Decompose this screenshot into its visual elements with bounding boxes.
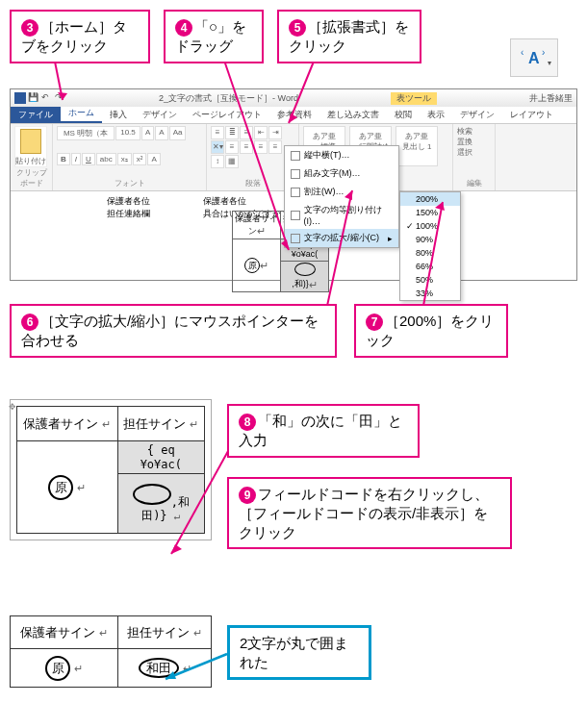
- check-icon: ✓: [406, 221, 416, 231]
- callout-num: 5: [289, 19, 306, 37]
- font-name[interactable]: MS 明朝（本: [57, 126, 115, 140]
- callout-6: 6［文字の拡大/縮小］にマウスポインターを合わせる: [10, 304, 337, 358]
- group-clipboard: 貼り付け クリップボード: [11, 124, 53, 190]
- wa-text: ,和)}: [292, 279, 309, 289]
- svg-text:‹: ‹: [521, 47, 523, 58]
- find-button[interactable]: 検索: [457, 126, 491, 137]
- group-font: MS 明朝（本 10.5 A A Aa B I U abc x₂ x² A フォ…: [53, 124, 207, 190]
- svg-marker-11: [345, 190, 352, 200]
- submenu-arrow-icon: ▸: [388, 234, 393, 243]
- return-mark-icon: ↵: [102, 418, 111, 430]
- font-label: フォント: [57, 178, 202, 188]
- clipboard-label: クリップボード: [14, 167, 48, 188]
- arrow-result: [166, 654, 233, 686]
- bold-icon[interactable]: B: [57, 153, 70, 165]
- word-icon: [14, 92, 26, 104]
- selected-oval[interactable]: [294, 263, 316, 276]
- svg-marker-17: [166, 671, 176, 679]
- svg-text:A: A: [528, 50, 540, 66]
- res-col1: 保護者サイン ↵: [11, 616, 118, 649]
- res-col2: 担任サイン ↵: [118, 616, 212, 649]
- underline-icon[interactable]: U: [82, 153, 95, 165]
- tab-mail[interactable]: 差し込み文書: [319, 107, 387, 123]
- callout-num: 7: [366, 314, 383, 331]
- callout-text: 2文字が丸で囲まれた: [240, 635, 348, 670]
- return-mark-icon: ↵: [260, 260, 268, 271]
- paste-button[interactable]: 貼り付け: [14, 126, 47, 167]
- strike-icon[interactable]: abc: [96, 153, 116, 165]
- grow-font-icon[interactable]: A: [141, 126, 154, 140]
- callout-num: 3: [21, 19, 38, 37]
- parent-stamp: 原: [45, 656, 70, 681]
- svg-line-6: [221, 52, 289, 250]
- return-mark-icon: ↵: [309, 279, 318, 290]
- mid-col2: 担任サイン ↵: [117, 407, 204, 441]
- svg-marker-9: [289, 113, 297, 123]
- style-heading1[interactable]: あア亜見出し 1: [396, 126, 438, 166]
- sub-icon[interactable]: x₂: [117, 153, 132, 165]
- callout-text: ［文字の拡大/縮小］にマウスポインターを合わせる: [21, 313, 319, 348]
- paste-label: 貼り付け: [15, 157, 46, 165]
- change-case-icon[interactable]: Aa: [169, 126, 187, 140]
- svg-marker-7: [281, 239, 289, 250]
- style-preview: あア亜: [359, 132, 382, 140]
- tab-review[interactable]: 校閲: [387, 107, 420, 123]
- italic-icon[interactable]: I: [71, 153, 81, 165]
- table-handle-icon[interactable]: ✥: [9, 402, 16, 412]
- arrow-7: [423, 202, 452, 309]
- menu-tcy[interactable]: 縦中横(T)…: [285, 146, 398, 164]
- callout-num: 4: [175, 19, 192, 37]
- callout-text: ［拡張書式］をクリック: [289, 18, 409, 54]
- tab-file[interactable]: ファイル: [11, 107, 61, 123]
- svg-line-14: [171, 442, 233, 554]
- replace-button[interactable]: 置換: [457, 137, 491, 147]
- user-name: 井上香緒里: [529, 92, 573, 105]
- tool-tab-group: 表ツール: [391, 92, 437, 105]
- return-mark-icon: ↵: [74, 663, 83, 674]
- callout-num: 8: [239, 414, 256, 431]
- parent-stamp: 原: [244, 258, 260, 273]
- callout-5: 5［拡張書式］をクリック: [277, 10, 421, 63]
- cell-text: 担任サイン: [123, 416, 186, 431]
- menu-kumi[interactable]: 組み文字(M)…: [285, 164, 398, 183]
- svg-line-16: [166, 654, 227, 679]
- style-preview: あア亜: [405, 132, 428, 140]
- svg-text:▾: ▾: [548, 59, 551, 67]
- ta-text: 田)}: [141, 509, 166, 522]
- group-editing: 検索 置換 選択 編集: [453, 124, 496, 190]
- mid-col1: 保護者サイン ↵: [17, 407, 118, 441]
- doc-line: 担任連絡欄: [107, 208, 150, 220]
- tab-view[interactable]: 表示: [420, 107, 452, 123]
- svg-line-10: [327, 190, 352, 306]
- svg-line-12: [423, 202, 443, 306]
- edit-label: 編集: [457, 178, 491, 188]
- callout-3: 3［ホーム］タブをクリック: [10, 10, 150, 63]
- tab-design[interactable]: デザイン: [135, 107, 185, 123]
- shrink-font-icon[interactable]: A: [155, 126, 167, 140]
- tab-tool-layout[interactable]: レイアウト: [502, 107, 561, 123]
- mini-oval-cell: ,和)}↵: [281, 261, 329, 291]
- font-size[interactable]: 10.5: [115, 126, 140, 140]
- callout-text: 「和」の次に「田」と入力: [239, 413, 402, 448]
- doc-line: 保護者各位: [107, 195, 150, 208]
- cell-text: 担任サイン: [127, 625, 190, 640]
- tab-insert[interactable]: 挿入: [102, 107, 135, 123]
- select-button[interactable]: 選択: [457, 147, 491, 158]
- callout-text: フィールドコードを右クリックし、［フィールドコードの表示/非表示］をクリック: [239, 486, 489, 540]
- callout-8: 8「和」の次に「田」と入力: [227, 404, 420, 458]
- return-mark-icon: ↵: [193, 627, 202, 639]
- sup-icon[interactable]: x²: [133, 153, 147, 165]
- return-mark-icon: ↵: [99, 627, 108, 639]
- mid-parent-cell: 原 ↵: [17, 441, 118, 534]
- return-mark-icon: ↵: [77, 482, 86, 493]
- callout-num: 9: [239, 487, 256, 504]
- cell-text: 保護者サイン: [20, 625, 95, 640]
- font-color-icon[interactable]: A: [147, 153, 160, 165]
- arrow-6: [327, 190, 356, 309]
- callout-9: 9フィールドコードを右クリックし、［フィールドコードの表示/非表示］をクリック: [227, 477, 512, 549]
- tab-tool-design[interactable]: デザイン: [452, 107, 502, 123]
- arrow-5: [289, 52, 327, 130]
- style-name: 見出し 1: [402, 142, 432, 151]
- style-preview: あア亜: [313, 132, 336, 140]
- svg-text:›: ›: [542, 47, 545, 58]
